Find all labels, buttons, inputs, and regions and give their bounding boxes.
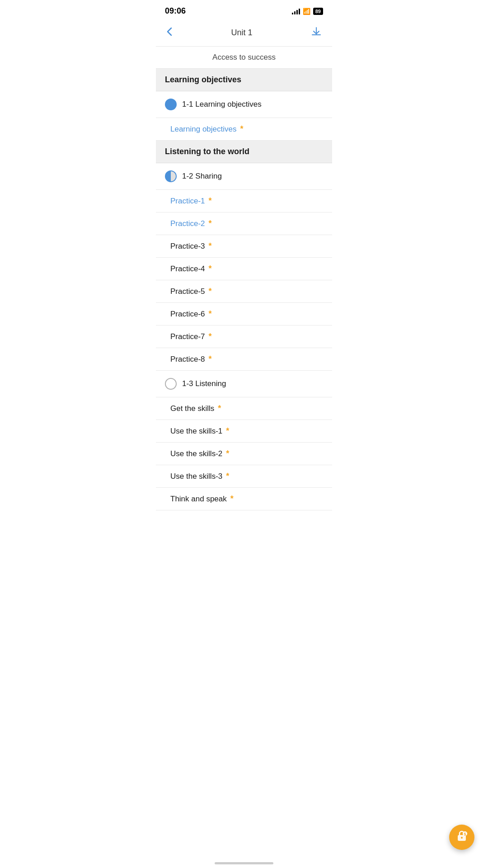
sub-item-lesson-1-3-4[interactable]: Think and speak* [156, 488, 332, 510]
sub-item-label-lesson-1-3-3: Use the skills-3 [170, 472, 222, 481]
battery-indicator: 89 [313, 8, 323, 15]
asterisk-lesson-1-2-6: * [209, 332, 212, 341]
asterisk-lesson-1-2-1: * [209, 219, 212, 228]
sub-item-label-lesson-1-2-2: Practice-3 [170, 242, 205, 251]
sub-item-label-lesson-1-2-7: Practice-8 [170, 355, 205, 364]
lesson-title-lesson-1-3: 1-3 Listening [182, 379, 226, 388]
sub-item-label-lesson-1-3-2: Use the skills-2 [170, 449, 222, 458]
status-icons: 📶 89 [292, 8, 323, 15]
sub-item-label-lesson-1-2-6: Practice-7 [170, 332, 205, 341]
sub-item-lesson-1-2-4[interactable]: Practice-5* [156, 280, 332, 303]
asterisk-lesson-1-2-7: * [209, 354, 212, 364]
sub-item-lesson-1-2-5[interactable]: Practice-6* [156, 303, 332, 326]
status-time: 09:06 [165, 6, 186, 16]
section-header-section-listening: Listening to the world [156, 141, 332, 163]
asterisk-lesson-1-2-3: * [209, 264, 212, 274]
sub-item-label-lesson-1-3-4: Think and speak [170, 495, 227, 504]
lesson-row-lesson-1-3[interactable]: 1-3 Listening [156, 371, 332, 397]
circle-full-icon [165, 99, 177, 110]
sub-item-lesson-1-2-6[interactable]: Practice-7* [156, 326, 332, 348]
sub-item-lesson-1-3-2[interactable]: Use the skills-2* [156, 443, 332, 465]
sub-item-label-lesson-1-1-0: Learning objectives [170, 125, 236, 134]
wifi-icon: 📶 [303, 8, 310, 15]
sub-item-lesson-1-3-1[interactable]: Use the skills-1* [156, 420, 332, 443]
asterisk-lesson-1-2-5: * [209, 309, 212, 319]
asterisk-lesson-1-2-2: * [209, 241, 212, 251]
asterisk-lesson-1-1-0: * [240, 124, 243, 134]
sub-item-label-lesson-1-3-0: Get the skills [170, 404, 214, 413]
content-area: Learning objectives1-1 Learning objectiv… [156, 69, 332, 510]
asterisk-lesson-1-3-4: * [230, 494, 234, 504]
battery-level: 89 [313, 8, 323, 15]
status-bar: 09:06 📶 89 [156, 0, 332, 20]
lesson-row-lesson-1-2[interactable]: 1-2 Sharing [156, 163, 332, 190]
asterisk-lesson-1-3-2: * [226, 449, 229, 458]
home-indicator [215, 862, 273, 864]
asterisk-lesson-1-3-0: * [218, 404, 221, 413]
back-button[interactable] [163, 25, 176, 41]
section-header-section-learning-objectives: Learning objectives [156, 69, 332, 91]
lesson-title-lesson-1-2: 1-2 Sharing [182, 172, 222, 181]
signal-icon [292, 8, 300, 14]
sub-item-lesson-1-2-7[interactable]: Practice-8* [156, 348, 332, 371]
sub-item-lesson-1-2-0[interactable]: Practice-1* [156, 190, 332, 212]
sub-item-lesson-1-3-0[interactable]: Get the skills* [156, 397, 332, 420]
sub-item-lesson-1-2-2[interactable]: Practice-3* [156, 235, 332, 258]
asterisk-lesson-1-3-1: * [226, 426, 229, 436]
asterisk-lesson-1-2-4: * [209, 287, 212, 296]
sub-item-lesson-1-3-3[interactable]: Use the skills-3* [156, 465, 332, 488]
page-title: Unit 1 [231, 28, 252, 38]
sub-item-label-lesson-1-2-4: Practice-5 [170, 287, 205, 296]
circle-half-icon [165, 170, 177, 182]
circle-empty-icon [165, 378, 177, 390]
page-subtitle: Access to success [156, 47, 332, 69]
lesson-title-lesson-1-1: 1-1 Learning objectives [182, 100, 262, 109]
sub-item-label-lesson-1-2-5: Practice-6 [170, 310, 205, 319]
asterisk-lesson-1-2-0: * [209, 196, 212, 206]
download-button[interactable] [308, 25, 325, 41]
asterisk-lesson-1-3-3: * [226, 472, 229, 481]
sub-item-label-lesson-1-3-1: Use the skills-1 [170, 427, 222, 436]
sub-item-label-lesson-1-2-3: Practice-4 [170, 264, 205, 274]
top-nav: Unit 1 [156, 20, 332, 47]
sub-item-lesson-1-2-3[interactable]: Practice-4* [156, 258, 332, 280]
lesson-row-lesson-1-1[interactable]: 1-1 Learning objectives [156, 91, 332, 118]
sub-item-lesson-1-1-0[interactable]: Learning objectives* [156, 118, 332, 141]
sub-item-label-lesson-1-2-1: Practice-2 [170, 219, 205, 228]
sub-item-label-lesson-1-2-0: Practice-1 [170, 197, 205, 206]
sub-item-lesson-1-2-1[interactable]: Practice-2* [156, 212, 332, 235]
